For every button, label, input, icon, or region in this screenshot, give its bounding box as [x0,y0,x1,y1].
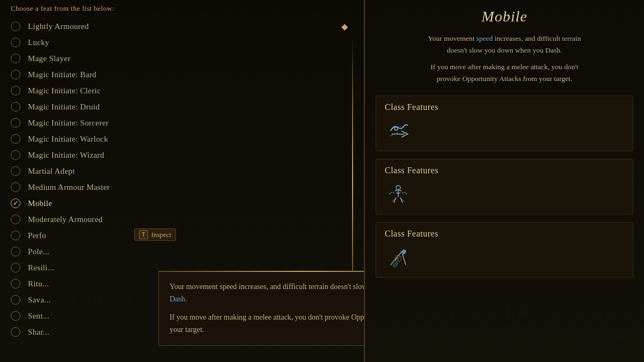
list-item[interactable]: Magic Initiate: Bard [5,67,358,83]
radio-circle [11,263,20,272]
feat-title: Mobile [376,8,633,25]
list-item[interactable]: Magic Initiate: Sorcerer [5,115,358,131]
list-item[interactable]: Lightly Armoured [5,18,358,34]
list-item[interactable]: Magic Initiate: Druid [5,99,358,115]
list-item[interactable]: Magic Initiate: Warlock [5,131,358,147]
radio-circle [11,166,20,176]
feat-label: Magic Initiate: Bard [28,70,97,79]
radio-circle [11,231,20,240]
feat-description-2: If you move after making a melee attack,… [376,61,633,85]
radio-circle [11,38,20,47]
feat-label: Sent... [28,312,49,321]
feat-label: Resili... [28,263,54,272]
radio-circle [11,182,20,192]
inspect-badge: T Inspect [134,228,176,241]
class-feature-card-2: Class Features [376,159,633,215]
feat-label: Lightly Armoured [28,22,89,31]
list-header: Choose a feat from the list below: [0,0,364,18]
feat-label: Magic Initiate: Warlock [28,135,108,144]
feat-label: Magic Initiate: Sorcerer [28,119,108,128]
radio-circle [11,70,20,79]
feat-description-1: Your movement speed increases, and diffi… [376,33,633,57]
speed-highlight: speed [477,34,493,42]
feat-label: Moderately Armoured [28,215,103,224]
list-item[interactable]: Medium Armour Master [5,179,358,195]
left-panel: Choose a feat from the list below: ◆ Lig… [0,0,365,362]
tooltip-text-2: If you move after making a melee attack,… [170,312,365,336]
right-panel: Mobile Your movement speed increases, an… [365,0,644,362]
list-item[interactable]: Perfo T Inspect [5,227,358,243]
feat-label: Perfo [28,231,46,240]
radio-circle [11,86,20,95]
list-item[interactable]: Lucky [5,34,358,50]
radio-circle [11,247,20,256]
feat-label: Sava... [28,295,51,305]
feat-label: Martial Adept [28,167,75,176]
list-item[interactable]: Magic Initiate: Wizard [5,147,358,163]
dash-icon [385,117,412,144]
radio-circle [11,21,20,31]
feat-label: Ritu... [28,279,49,289]
list-item[interactable]: Moderately Armoured [5,211,358,227]
tooltip-text-1: Your movement speed increases, and diffi… [170,281,365,305]
feat-label: Lucky [28,38,49,47]
class-feature-card-1: Class Features [376,95,633,151]
class-feature-title-2: Class Features [385,166,438,175]
class-features-section: Class Features Class Features [376,95,633,278]
class-feature-card-3: Class Features [376,222,633,278]
radio-circle [11,279,20,289]
movement-icon [385,181,412,208]
class-feature-title-1: Class Features [385,102,438,112]
main-container: Choose a feat from the list below: ◆ Lig… [0,0,644,362]
feat-label: Medium Armour Master [28,183,110,192]
radio-circle [11,134,20,144]
inspect-key: T [139,230,148,239]
class-feature-title-3: Class Features [385,229,438,239]
list-item[interactable]: Magic Initiate: Cleric [5,83,358,99]
radio-circle-checked [11,198,20,208]
list-item[interactable]: Martial Adept [5,163,358,179]
radio-circle [11,102,20,112]
inspect-label: Inspect [151,231,172,239]
radio-circle [11,295,20,305]
feat-label: Shar... [28,328,49,337]
feat-label: Pole... [28,247,49,256]
feat-label: Magic Initiate: Druid [28,102,100,112]
tooltip-box: Your movement speed increases, and diffi… [158,271,365,346]
radio-circle [11,150,20,160]
svg-point-0 [394,127,398,130]
attack-icon [385,244,412,271]
svg-point-1 [396,186,400,190]
radio-circle [11,118,20,128]
radio-circle [11,327,20,337]
list-item[interactable]: Mage Slayer [5,50,358,67]
feat-label: Magic Initiate: Cleric [28,86,101,95]
radio-circle [11,215,20,224]
feat-label: Magic Initiate: Wizard [28,151,104,160]
radio-circle [11,54,20,63]
tooltip-highlight: Dash [170,295,185,303]
feat-label-mobile: Mobile [28,199,52,208]
feat-label: Mage Slayer [28,54,71,63]
list-item-mobile[interactable]: Mobile [5,195,358,211]
list-item[interactable]: Pole... [5,243,358,260]
radio-circle [11,311,20,321]
